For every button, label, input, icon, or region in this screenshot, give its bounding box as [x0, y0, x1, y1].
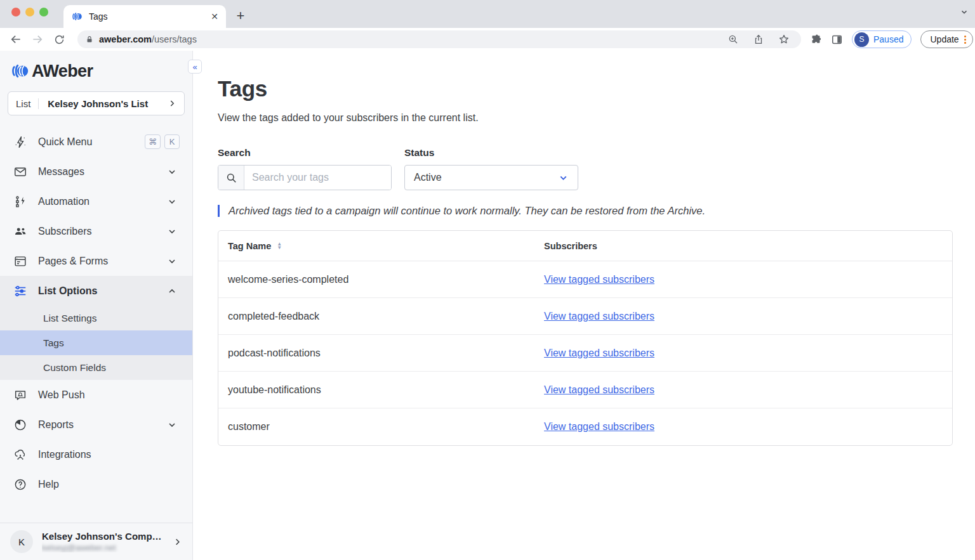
chevron-right-icon	[168, 99, 176, 108]
sidebar-item-integrations[interactable]: Integrations	[0, 440, 192, 469]
view-tagged-subscribers-link[interactable]: View tagged subscribers	[544, 274, 654, 285]
tags-table: Tag Name ▲▼ Subscribers welcome-series-c…	[218, 230, 953, 446]
aweber-logo[interactable]: AWeber	[0, 51, 192, 82]
account-name: Kelsey Johnson's Comp…	[42, 531, 164, 542]
k-key-badge: K	[164, 134, 180, 149]
bookmark-star-icon[interactable]	[778, 34, 790, 45]
view-tagged-subscribers-link[interactable]: View tagged subscribers	[544, 421, 654, 432]
tag-name-cell: podcast-notifications	[218, 348, 544, 359]
search-icon	[218, 166, 244, 190]
cmd-key-badge: ⌘	[145, 134, 161, 149]
side-panel-icon[interactable]	[831, 34, 843, 46]
archived-tags-notice: Archived tags tied to a campaign will co…	[218, 205, 975, 217]
list-options-icon	[13, 283, 28, 299]
back-icon[interactable]	[5, 33, 27, 46]
brand-name: AWeber	[32, 62, 93, 81]
sidebar-item-web-push[interactable]: Web Push	[0, 380, 192, 410]
chevron-down-icon	[558, 173, 569, 183]
url-bar[interactable]: aweber.com/users/tags	[77, 30, 801, 48]
reload-icon[interactable]	[48, 33, 70, 46]
status-label: Status	[404, 147, 578, 159]
chrome-update-button[interactable]: Update	[920, 30, 972, 48]
sidebar-subitem-list-settings[interactable]: List Settings	[0, 306, 192, 330]
sidebar-item-label: Quick Menu	[38, 136, 135, 148]
chevron-down-icon	[167, 256, 177, 266]
aweber-favicon-icon	[71, 11, 83, 22]
forward-icon[interactable]	[27, 33, 48, 46]
browser-toolbar: aweber.com/users/tags S	[0, 28, 975, 51]
table-row: welcome-series-completed View tagged sub…	[218, 261, 952, 298]
sidebar-item-help[interactable]: Help	[0, 469, 192, 499]
tab-close-icon[interactable]: ✕	[211, 11, 218, 22]
table-row: customer View tagged subscribers	[218, 408, 952, 445]
list-options-group: List Options List Settings Tags Custom F…	[0, 276, 192, 380]
sidebar-item-label: Help	[38, 479, 180, 490]
browser-menu-icon[interactable]	[964, 36, 966, 44]
sort-icon[interactable]: ▲▼	[277, 242, 282, 250]
account-avatar: K	[10, 530, 33, 553]
status-select[interactable]: Active	[404, 165, 578, 190]
zoom-icon[interactable]	[727, 34, 739, 45]
sidebar-item-label: Integrations	[38, 449, 180, 460]
aweber-logo-icon	[10, 62, 29, 81]
window-controls[interactable]	[11, 8, 48, 16]
main-content: Tags View the tags added to your subscri…	[193, 51, 975, 560]
filters: Search Status Active	[218, 147, 975, 190]
view-tagged-subscribers-link[interactable]: View tagged subscribers	[544, 311, 654, 322]
tag-name-cell: welcome-series-completed	[218, 274, 544, 285]
tag-name-cell: youtube-notifications	[218, 384, 544, 396]
reports-icon	[13, 417, 28, 433]
sidebar-item-subscribers[interactable]: Subscribers	[0, 216, 192, 246]
sidebar-item-pages-forms[interactable]: Pages & Forms	[0, 246, 192, 276]
subscribers-column-header: Subscribers	[544, 241, 597, 251]
chevron-down-icon	[167, 197, 177, 207]
tag-name-cell: customer	[218, 421, 544, 433]
browser-profile-button[interactable]: S Paused	[852, 30, 912, 48]
tag-name-column-header[interactable]: Tag Name ▲▼	[218, 241, 544, 251]
browser-tab-strip: Tags ✕ +	[0, 0, 975, 28]
sidebar-menu: Quick Menu ⌘ K Messages	[0, 127, 192, 499]
sidebar-item-list-options[interactable]: List Options	[0, 276, 192, 306]
extensions-puzzle-icon[interactable]	[810, 34, 822, 46]
share-icon[interactable]	[753, 34, 764, 45]
url-domain: aweber.com	[99, 34, 152, 44]
sidebar-subitem-tags[interactable]: Tags	[0, 330, 192, 355]
new-tab-button[interactable]: +	[231, 6, 250, 25]
sidebar-item-automation[interactable]: Automation	[0, 186, 192, 216]
view-tagged-subscribers-link[interactable]: View tagged subscribers	[544, 384, 654, 395]
view-tagged-subscribers-link[interactable]: View tagged subscribers	[544, 348, 654, 358]
tab-strip-chevron-icon[interactable]	[960, 8, 969, 16]
table-row: completed-feedback View tagged subscribe…	[218, 298, 952, 335]
status-filter: Status Active	[404, 147, 578, 190]
sidebar-item-reports[interactable]: Reports	[0, 410, 192, 440]
sidebar-item-label: Subscribers	[38, 226, 157, 237]
table-row: youtube-notifications View tagged subscr…	[218, 372, 952, 408]
update-label: Update	[930, 34, 958, 44]
browser-tab[interactable]: Tags ✕	[63, 5, 226, 28]
sidebar-subitem-custom-fields[interactable]: Custom Fields	[0, 355, 192, 380]
notice-text: Archived tags tied to a campaign will co…	[220, 205, 705, 217]
browser-window: Tags ✕ + aweber.com/users/tags	[0, 0, 975, 560]
subscribers-icon	[13, 224, 28, 239]
tag-name-header-label: Tag Name	[228, 241, 271, 251]
profile-avatar: S	[854, 32, 869, 47]
messages-icon	[13, 164, 28, 179]
minimize-window-button[interactable]	[25, 8, 34, 16]
sidebar-item-label: Web Push	[38, 389, 180, 401]
sidebar-item-label: Reports	[38, 419, 157, 431]
sidebar-item-quick-menu[interactable]: Quick Menu ⌘ K	[0, 127, 192, 157]
sync-paused-label: Paused	[873, 34, 903, 44]
list-selector[interactable]: List Kelsey Johnson's List	[8, 91, 185, 115]
account-switcher[interactable]: K Kelsey Johnson's Comp… kelseyj@aweber.…	[0, 523, 192, 560]
tag-name-cell: completed-feedback	[218, 311, 544, 322]
sidebar-item-label: Automation	[38, 196, 157, 207]
search-input[interactable]	[244, 166, 391, 190]
sidebar-item-messages[interactable]: Messages	[0, 157, 192, 186]
help-icon	[13, 477, 28, 492]
close-window-button[interactable]	[11, 8, 20, 16]
url-text: aweber.com/users/tags	[99, 34, 727, 44]
fullscreen-window-button[interactable]	[39, 8, 48, 16]
search-label: Search	[218, 147, 392, 159]
sidebar-collapse-button[interactable]: «	[188, 60, 202, 74]
tab-title: Tags	[89, 11, 204, 22]
